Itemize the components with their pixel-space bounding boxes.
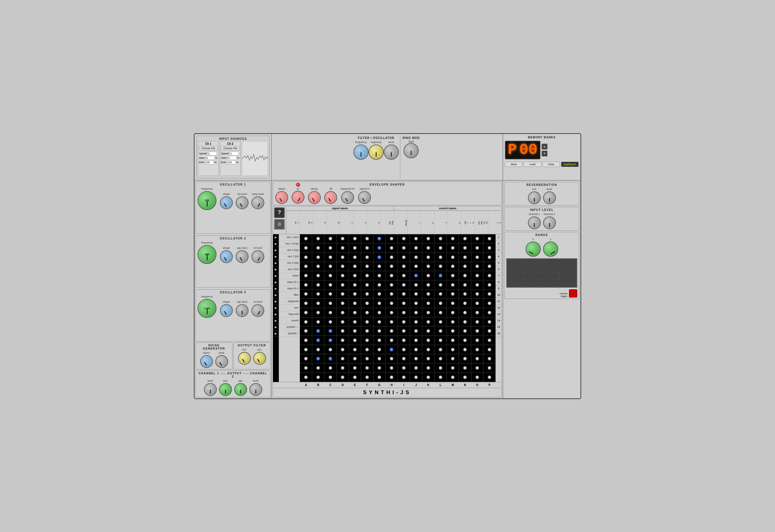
dot-cell[interactable] [336,317,349,327]
dot-cell[interactable] [471,354,483,363]
dot-cell[interactable] [300,299,312,308]
dot-cell[interactable] [435,271,447,280]
dot-cell[interactable] [373,252,385,262]
range-cell[interactable] [525,259,541,266]
dot-cell[interactable] [373,280,385,290]
dot-cell[interactable] [336,326,349,336]
dot-cell[interactable] [410,363,422,373]
dot-cell[interactable] [483,354,496,363]
dot-cell[interactable] [324,280,336,290]
dot-cell[interactable] [312,317,324,327]
range-cell[interactable] [542,266,559,273]
range-cell[interactable] [508,273,524,280]
dot-cell[interactable] [361,262,373,271]
dot-cell[interactable] [422,234,435,243]
dot-cell[interactable] [349,252,361,262]
osc2-freq-knob[interactable]: 440 [197,245,216,264]
env-trapezoid-knob[interactable] [341,191,354,204]
dot-cell[interactable] [422,308,435,317]
input-level-ch1-knob[interactable] [528,216,541,229]
dot-cell[interactable] [349,326,361,336]
dot-cell[interactable] [300,354,312,363]
dot-cell[interactable] [385,243,398,252]
filter-freq-knob[interactable] [353,144,368,160]
dot-cell[interactable] [410,299,422,308]
dot-cell[interactable] [447,243,459,252]
dot-cell[interactable] [385,234,398,243]
env-on-knob[interactable] [292,191,304,204]
dot-cell[interactable] [398,336,410,345]
reverb-level-knob[interactable] [543,191,556,204]
dot-cell[interactable] [447,363,459,373]
dot-cell[interactable] [435,326,447,336]
dot-cell[interactable] [385,336,398,345]
osc3-squ-knob[interactable] [236,304,248,317]
dot-cell[interactable] [336,308,349,317]
osc2-tri-knob[interactable] [251,250,264,263]
dot-cell[interactable] [459,290,471,299]
dot-cell[interactable] [422,336,435,345]
dot-cell[interactable] [483,271,496,280]
dot-cell[interactable] [483,345,496,354]
dot-cell[interactable] [336,363,349,373]
help-button[interactable]: ? [274,207,285,218]
dot-cell[interactable] [398,354,410,363]
dot-cell[interactable] [336,243,349,252]
dot-cell[interactable] [459,336,471,345]
dot-cell[interactable] [447,252,459,262]
dot-cell[interactable] [471,299,483,308]
dot-cell[interactable] [447,354,459,363]
dot-cell[interactable] [447,280,459,290]
dot-cell[interactable] [435,317,447,327]
dot-cell[interactable] [483,308,496,317]
dot-cell[interactable] [324,290,336,299]
dot-cell[interactable] [471,271,483,280]
dot-cell[interactable] [422,317,435,327]
dot-cell[interactable] [410,317,422,327]
dot-cell[interactable] [336,336,349,345]
dot-cell[interactable] [459,271,471,280]
dot-cell[interactable] [398,308,410,317]
dot-cell[interactable] [483,317,496,327]
dot-cell[interactable] [483,234,496,243]
ch1-end-input[interactable] [205,160,214,164]
dot-cell[interactable] [373,308,385,317]
ch1-speed-input[interactable] [208,151,217,155]
ch1-start-input[interactable] [206,156,215,160]
dot-cell[interactable] [312,308,324,317]
range-cell[interactable] [559,273,576,280]
env-decay-knob[interactable] [308,191,321,204]
dot-cell[interactable] [336,280,349,290]
dot-cell[interactable] [300,271,312,280]
env-off-knob[interactable] [324,191,337,204]
dot-cell[interactable] [447,299,459,308]
dot-cell[interactable] [471,363,483,373]
dot-cell[interactable] [336,271,349,280]
dot-cell[interactable] [471,317,483,327]
dot-cell[interactable] [361,290,373,299]
dot-cell[interactable] [459,252,471,262]
dot-cell[interactable] [459,234,471,243]
manual-trigger-button[interactable] [569,289,577,298]
dot-cell[interactable] [435,336,447,345]
osc1-freq-knob[interactable]: 272 [197,191,216,210]
dot-cell[interactable] [435,308,447,317]
filter-level-knob[interactable] [384,144,399,160]
range-cell[interactable] [508,259,524,266]
dot-cell[interactable] [398,317,410,327]
dot-cell[interactable] [459,354,471,363]
dot-cell[interactable] [483,299,496,308]
dot-cell[interactable] [385,308,398,317]
dot-cell[interactable] [312,326,324,336]
dot-cell[interactable] [471,326,483,336]
dot-cell[interactable] [398,373,410,382]
dot-cell[interactable] [300,345,312,354]
dot-cell[interactable] [483,326,496,336]
dot-cell[interactable] [410,354,422,363]
dot-cell[interactable] [447,317,459,327]
dot-cell[interactable] [324,308,336,317]
dot-cell[interactable] [361,252,373,262]
dot-cell[interactable] [398,234,410,243]
dot-cell[interactable] [312,373,324,382]
dot-cell[interactable] [398,363,410,373]
